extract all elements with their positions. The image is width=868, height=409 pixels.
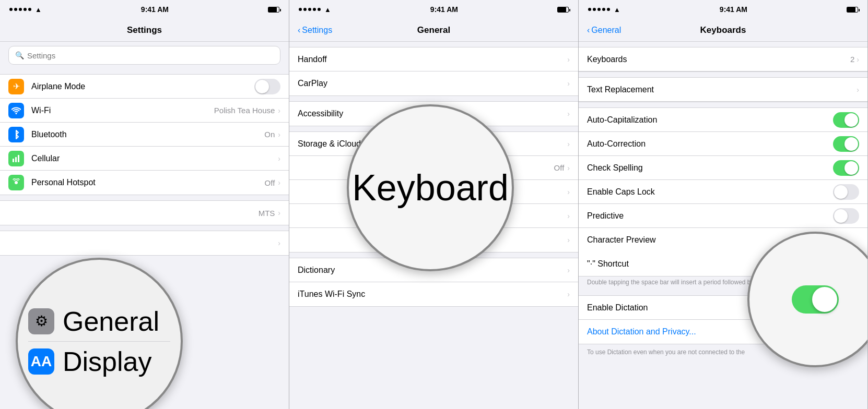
svg-point-3 [15,181,18,184]
search-bar[interactable]: 🔍 [8,46,280,65]
battery-area-3 [847,7,858,13]
caps-lock-row[interactable]: Enable Caps Lock [579,180,867,204]
wifi-icon-3: ▲ [614,6,620,14]
general-row-magnified[interactable]: ⚙ General [28,302,170,342]
hotspot-row[interactable]: Personal Hotspot Off › [0,171,289,195]
caps-lock-label: Enable Caps Lock [587,187,829,197]
handoff-label: Handoff [298,55,567,64]
back-chevron-2: ‹ [298,26,300,35]
display-row-magnified[interactable]: AA Display [28,342,170,381]
time-label-2: 9:41 AM [430,5,458,14]
airplane-label: Airplane Mode [31,82,250,91]
page-title-3: Keyboards [700,25,746,35]
hotspot-label: Personal Hotspot [31,178,265,187]
nav-bar-1: Settings [0,19,289,42]
svg-rect-0 [13,159,14,162]
carplay-row[interactable]: CarPlay › [289,71,578,95]
bluetooth-icon [8,127,24,142]
magnifier-1: ⚙ General AA Display [16,258,183,409]
battery-icon-3 [847,7,858,13]
dot4 [24,8,27,11]
airplane-mode-row[interactable]: ✈ Airplane Mode [0,75,289,99]
search-input[interactable] [27,51,274,60]
auto-cap-row[interactable]: Auto-Capitalization [579,108,867,132]
magnifier-content-1: ⚙ General AA Display [18,291,181,392]
handoff-row[interactable]: Handoff › [289,47,578,71]
predictive-row[interactable]: Predictive [579,204,867,228]
back-chevron-3: ‹ [587,26,590,35]
text-replacement-label: Text Replacement [587,85,857,94]
keyboards-count-row[interactable]: Keyboards 2 › [579,47,867,71]
wifi-icon: ▲ [35,6,42,14]
display-label-magnified: Display [63,346,152,377]
text-replacement-row[interactable]: Text Replacement › [579,78,867,102]
svg-rect-2 [18,155,19,162]
hotspot-icon [8,175,24,190]
bluetooth-label: Bluetooth [31,130,264,139]
signal-dots-2: ▲ [299,6,331,14]
carrier-group: MTS › [0,200,289,225]
display-icon-magnified: AA [28,348,54,375]
text-replacement-group: Text Replacement › [579,77,867,102]
airplane-toggle[interactable] [254,79,280,94]
magnifier-2: Keyboard [347,104,514,271]
keyboards-panel: ▲ 9:41 AM ‹ General Keyboards Keyboards … [579,0,868,409]
caps-lock-toggle[interactable] [833,184,859,200]
check-spelling-toggle[interactable] [833,160,859,176]
check-spelling-row[interactable]: Check Spelling [579,156,867,180]
airplane-icon: ✈ [8,79,24,94]
predictive-toggle[interactable] [833,208,859,224]
bluetooth-chevron: › [278,130,280,139]
signal-dots-3: ▲ [588,6,620,14]
back-button-3[interactable]: ‹ General [587,26,621,35]
auto-cap-toggle[interactable] [833,112,859,128]
general-rows-group: Handoff › CarPlay › [289,47,578,96]
carplay-label: CarPlay [298,79,567,88]
cellular-icon [8,151,24,166]
time-label-1: 9:41 AM [141,5,169,14]
svg-rect-1 [15,157,17,162]
cellular-row[interactable]: Cellular › [0,147,289,171]
dot1 [9,8,13,11]
magnifier-text-2: Keyboard [352,167,509,209]
general-icon-magnified: ⚙ [28,308,54,334]
search-bar-wrap: 🔍 [0,42,289,69]
wifi-row[interactable]: Wi-Fi Polish Tea House › [0,99,289,123]
battery-area-2 [557,7,569,13]
large-toggle[interactable] [792,285,839,314]
bluetooth-row[interactable]: Bluetooth On › [0,123,289,147]
cellular-label: Cellular [31,154,278,163]
auto-cap-label: Auto-Capitalization [587,115,829,125]
search-icon: 🔍 [15,51,24,59]
battery-area [268,7,279,13]
nav-bar-3: ‹ General Keyboards [579,19,867,42]
hotspot-chevron: › [278,178,280,187]
back-button-2[interactable]: ‹ Settings [298,26,332,35]
wifi-chevron: › [278,106,280,115]
hotspot-value: Off [265,178,275,187]
page-title-2: General [417,25,450,35]
status-bar-1: ▲ 9:41 AM [0,0,289,19]
general-panel: ▲ 9:41 AM ‹ Settings General Handoff › C… [289,0,579,409]
itunes-row[interactable]: iTunes Wi-Fi Sync › [289,282,578,306]
dot2 [14,8,17,11]
bluetooth-value: On [264,130,275,139]
status-bar-2: ▲ 9:41 AM [289,0,578,19]
battery-icon-2 [557,7,569,13]
nav-bar-2: ‹ Settings General [289,19,578,42]
predictive-label: Predictive [587,211,829,221]
extra-row-1[interactable]: › [0,231,289,255]
auto-correct-row[interactable]: Auto-Correction [579,132,867,156]
time-label-3: 9:41 AM [720,5,747,14]
keyboards-count: 2 [850,55,854,64]
keyboards-chevron: › [857,55,859,64]
auto-correct-toggle[interactable] [833,136,859,152]
wifi-icon-row [8,103,24,118]
text-replacement-chevron: › [857,86,859,94]
carrier-row[interactable]: MTS › [0,201,289,225]
wifi-label: Wi-Fi [31,106,214,115]
battery-icon [268,7,279,13]
back-label-3: General [591,26,621,35]
carrier-value: MTS [259,209,275,218]
keyboards-label: Keyboards [587,55,850,64]
